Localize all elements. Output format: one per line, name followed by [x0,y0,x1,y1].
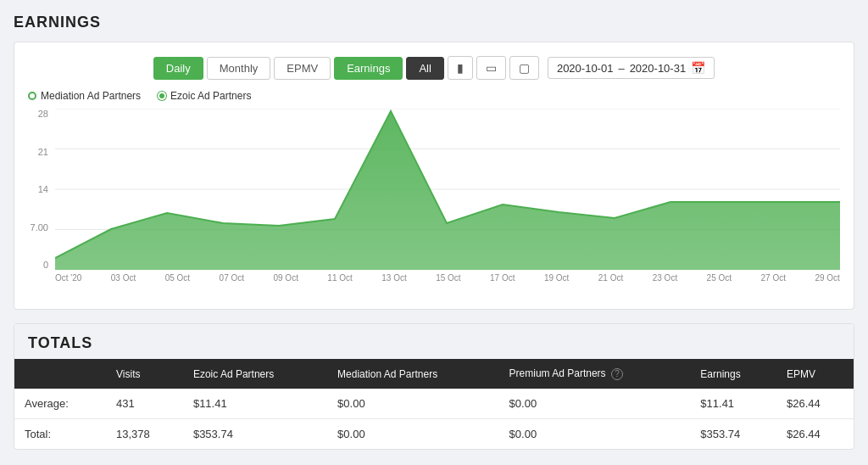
row-average-mediation: $0.00 [327,389,499,419]
date-end: 2020-10-31 [630,62,687,75]
row-total-earnings: $353.74 [690,419,776,450]
x-label-15oct: 15 Oct [436,273,460,283]
row-average-earnings: $11.41 [690,389,776,419]
all-button[interactable]: All [406,57,443,80]
x-label-25oct: 25 Oct [707,273,732,283]
y-label-0: 0 [43,260,48,270]
legend-label-ezoic: Ezoic Ad Partners [170,90,251,102]
chart-area: 28 21 14 7.00 0 [28,109,840,295]
desktop-icon-button[interactable]: ▢ [509,56,539,80]
col-header-mediation: Mediation Ad Partners [327,359,499,389]
earnings-section: EARNINGS Daily Monthly EPMV Earnings All… [14,14,854,310]
legend-item-ezoic: Ezoic Ad Partners [158,90,251,102]
date-start: 2020-10-01 [557,62,614,75]
mobile-icon-button[interactable]: ▮ [448,56,473,80]
epmv-button[interactable]: EPMV [274,57,331,80]
monthly-button[interactable]: Monthly [207,57,271,80]
y-axis: 28 21 14 7.00 0 [28,109,53,270]
x-label-11oct: 11 Oct [327,273,352,283]
legend-dot-ezoic [158,92,166,100]
x-label-23oct: 23 Oct [653,273,677,283]
totals-table: Visits Ezoic Ad Partners Mediation Ad Pa… [14,359,854,449]
earnings-button[interactable]: Earnings [334,57,403,80]
x-label-19oct: 19 Oct [544,273,569,283]
row-average-visits: 431 [106,389,183,419]
chart-legend: Mediation Ad Partners Ezoic Ad Partners [28,90,840,102]
table-header-row: Visits Ezoic Ad Partners Mediation Ad Pa… [14,359,854,389]
date-separator: – [618,62,624,75]
row-total-premium: $0.00 [499,419,691,450]
col-header-epmv: EPMV [776,359,854,389]
desktop-icon: ▢ [519,61,530,75]
x-label-07oct: 07 Oct [220,273,244,283]
daily-button[interactable]: Daily [153,57,203,80]
x-label-21oct: 21 Oct [598,273,623,283]
x-axis: Oct '20 03 Oct 05 Oct 07 Oct 09 Oct 11 O… [55,270,840,295]
totals-title: TOTALS [14,324,854,359]
table-row: Total: 13,378 $353.74 $0.00 $0.00 $353.7… [14,419,854,450]
row-total-visits: 13,378 [106,419,183,450]
x-label-oct20: Oct '20 [55,273,81,283]
legend-label-mediation: Mediation Ad Partners [41,90,141,102]
chart-card: Daily Monthly EPMV Earnings All ▮ ▭ ▢ 20… [14,42,854,310]
page-wrapper: EARNINGS Daily Monthly EPMV Earnings All… [0,0,868,465]
y-label-21: 21 [38,147,48,157]
col-header-premium: Premium Ad Partners ? [499,359,691,389]
y-label-28: 28 [38,109,48,119]
col-header-visits: Visits [106,359,183,389]
row-average-epmv: $26.44 [776,389,854,419]
chart-plot [55,109,840,270]
calendar-icon: 📅 [691,61,705,75]
col-header-ezoic: Ezoic Ad Partners [183,359,327,389]
chart-area-fill [55,111,840,270]
y-label-7: 7.00 [31,222,48,232]
mobile-icon: ▮ [457,61,464,75]
col-header-label [14,359,106,389]
x-label-29oct: 29 Oct [815,273,839,283]
x-label-03oct: 03 Oct [111,273,136,283]
chart-svg [55,109,840,270]
row-average-ezoic: $11.41 [183,389,327,419]
earnings-title: EARNINGS [14,14,854,31]
legend-dot-mediation [28,92,36,100]
date-range-picker[interactable]: 2020-10-01 – 2020-10-31 📅 [548,57,715,79]
row-total-ezoic: $353.74 [183,419,327,450]
x-label-27oct: 27 Oct [760,273,785,283]
x-label-09oct: 09 Oct [273,273,298,283]
row-total-epmv: $26.44 [776,419,854,450]
y-label-14: 14 [38,184,48,194]
row-total-label: Total: [14,419,106,450]
x-label-17oct: 17 Oct [490,273,515,283]
tablet-icon-button[interactable]: ▭ [476,56,506,80]
tablet-icon: ▭ [486,61,497,75]
premium-help-icon[interactable]: ? [611,368,623,380]
legend-item-mediation: Mediation Ad Partners [28,90,141,102]
totals-section: TOTALS Visits Ezoic Ad Partners Mediatio… [14,323,854,450]
row-average-label: Average: [14,389,106,419]
row-total-mediation: $0.00 [327,419,499,450]
x-label-05oct: 05 Oct [165,273,190,283]
chart-toolbar: Daily Monthly EPMV Earnings All ▮ ▭ ▢ 20… [28,56,840,80]
x-label-13oct: 13 Oct [381,273,406,283]
col-header-earnings: Earnings [690,359,776,389]
row-average-premium: $0.00 [499,389,691,419]
table-row: Average: 431 $11.41 $0.00 $0.00 $11.41 $… [14,389,854,419]
